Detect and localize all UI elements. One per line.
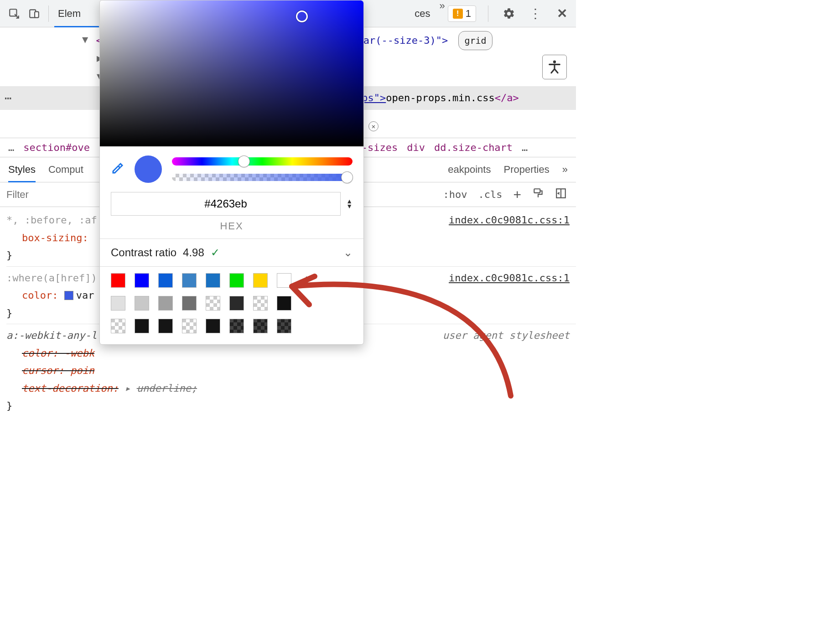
svg-rect-2 [35, 11, 39, 17]
cls-toggle[interactable]: .cls [478, 189, 502, 200]
css-property[interactable]: box-sizing: [22, 232, 88, 243]
subtabs-overflow[interactable]: » [562, 164, 568, 176]
palette-swatch[interactable] [277, 319, 291, 333]
format-stepper[interactable]: ▲▼ [346, 199, 353, 209]
palette-swatch[interactable] [277, 273, 291, 288]
device-toggle-icon[interactable] [26, 5, 43, 22]
palette-row [111, 273, 291, 288]
palette-swatch[interactable] [135, 273, 149, 288]
palette-swatch[interactable] [253, 319, 268, 333]
css-property: color: -webk [22, 347, 94, 359]
palette-swatch[interactable] [206, 296, 220, 311]
palette-swatch[interactable] [158, 319, 173, 333]
contrast-ratio-row[interactable]: Contrast ratio 4.98 ✓ ⌄ [100, 239, 363, 266]
breadcrumb-item[interactable]: dd.size-chart [434, 142, 513, 153]
selector: *, :before, :af [6, 214, 97, 226]
tabs-overflow[interactable]: » [440, 0, 445, 27]
toolbar-divider [48, 5, 49, 22]
contrast-label: Contrast ratio [111, 246, 176, 259]
css-property: cursor: poin [22, 365, 94, 376]
kebab-menu-icon[interactable]: ⋮ [527, 5, 544, 22]
css-value[interactable]: var [76, 290, 94, 301]
new-style-rule-icon[interactable]: + [513, 187, 521, 202]
palette-swatch[interactable] [229, 319, 244, 333]
accessibility-icon[interactable] [542, 55, 567, 79]
svg-point-3 [553, 61, 556, 63]
palette-swatch[interactable] [253, 296, 268, 311]
subtab-computed[interactable]: Comput [48, 157, 83, 182]
palette-swatch[interactable] [182, 273, 197, 288]
css-property: text-decoration: [22, 383, 119, 394]
hex-input[interactable] [111, 192, 341, 216]
selector: a:-webkit-any-l [6, 330, 97, 341]
current-color-swatch [135, 155, 162, 183]
grid-badge[interactable]: grid [458, 31, 492, 50]
issues-badge[interactable]: ! 1 [448, 5, 476, 22]
chevron-down-icon[interactable]: ⌄ [343, 246, 353, 259]
breadcrumb-overflow-left[interactable]: … [8, 142, 14, 153]
gear-icon[interactable] [500, 5, 518, 22]
palette-swatch[interactable] [111, 319, 125, 333]
color-palette: ▲▼ [100, 267, 363, 344]
inspect-icon[interactable] [5, 5, 23, 22]
breadcrumb-item[interactable]: section#ove [23, 142, 90, 153]
selector: :where(a[href]) [6, 272, 97, 284]
color-format-label: HEX [100, 220, 363, 238]
palette-row [111, 319, 353, 333]
toolbar-divider [488, 5, 488, 22]
palette-swatch[interactable] [277, 296, 291, 311]
rule-origin-ua: user agent stylesheet [443, 327, 570, 345]
breadcrumb-item[interactable]: div [407, 142, 425, 153]
palette-swatch[interactable] [135, 319, 149, 333]
palette-stepper[interactable]: ▲▼ [303, 275, 310, 285]
palette-swatch[interactable] [158, 296, 173, 311]
palette-swatch[interactable] [206, 273, 220, 288]
close-icon[interactable]: ✕ [553, 5, 570, 22]
path-ellipsis: ⋯ [5, 88, 12, 109]
palette-swatch[interactable] [158, 273, 173, 288]
issues-count: 1 [466, 8, 471, 20]
palette-swatch[interactable] [182, 319, 197, 333]
close-icon[interactable]: ✕ [368, 121, 379, 131]
tab-sources-partial[interactable]: ces [411, 0, 434, 27]
rule-origin-link[interactable]: index.c0c9081c.css:1 [449, 269, 570, 287]
subtab-properties[interactable]: Properties [503, 157, 549, 182]
subtab-styles[interactable]: Styles [8, 157, 36, 182]
palette-swatch[interactable] [229, 296, 244, 311]
palette-swatch[interactable] [253, 273, 268, 288]
palette-swatch[interactable] [135, 296, 149, 311]
color-picker: ▲▼ HEX Contrast ratio 4.98 ✓ ⌄ ▲▼ [99, 0, 364, 345]
rule-origin-link[interactable]: index.c0c9081c.css:1 [449, 212, 570, 229]
check-icon: ✓ [211, 246, 220, 259]
hue-slider[interactable] [172, 157, 353, 166]
style-attr: var(--size-3)"> [358, 35, 448, 46]
palette-row [111, 296, 353, 311]
alpha-slider[interactable] [172, 174, 353, 181]
sv-cursor[interactable] [296, 10, 308, 22]
tab-elements[interactable]: Elem [54, 0, 99, 27]
computed-panel-icon[interactable] [555, 187, 567, 202]
palette-swatch[interactable] [182, 296, 197, 311]
css-value: underline; [137, 383, 197, 394]
paint-icon[interactable] [532, 187, 544, 202]
link-text: open-props.min.css [386, 89, 494, 107]
css-property[interactable]: color: [22, 290, 58, 301]
contrast-value: 4.98 [183, 246, 204, 259]
palette-swatch[interactable] [206, 319, 220, 333]
warning-icon: ! [453, 9, 463, 19]
arrow-icon: ▸ [124, 383, 130, 394]
svg-rect-4 [534, 189, 540, 193]
eyedropper-icon[interactable] [111, 161, 124, 177]
color-swatch-icon[interactable] [64, 291, 73, 300]
saturation-value-field[interactable] [100, 0, 363, 146]
palette-swatch[interactable] [229, 273, 244, 288]
subtab-breakpoints[interactable]: eakpoints [448, 157, 491, 182]
breadcrumb-overflow-right[interactable]: … [522, 142, 528, 153]
palette-swatch[interactable] [111, 296, 125, 311]
palette-swatch[interactable] [111, 273, 125, 288]
hov-toggle[interactable]: :hov [443, 189, 467, 200]
